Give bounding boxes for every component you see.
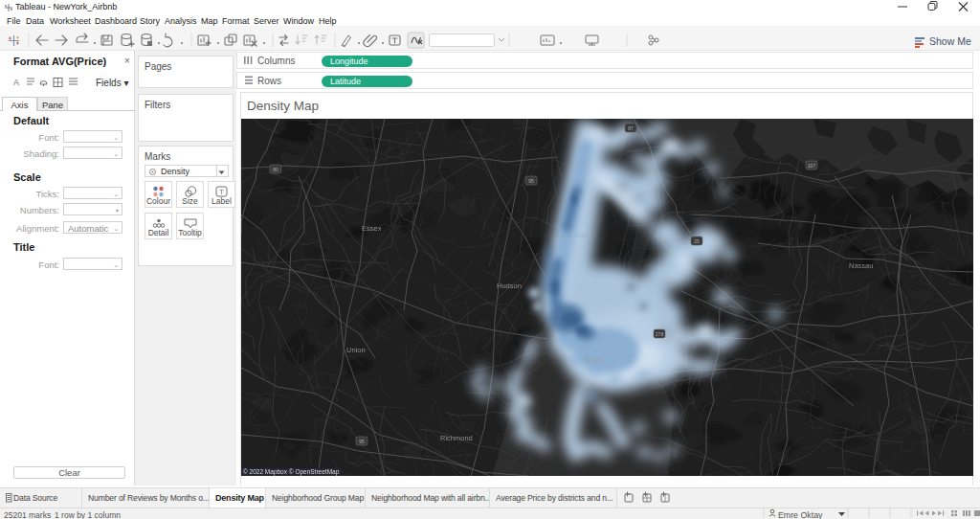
svg-text:Hudson: Hudson (497, 282, 522, 290)
svg-text:T: T (219, 188, 224, 196)
svg-text:Union: Union (346, 346, 366, 354)
svg-text:Kings: Kings (584, 355, 602, 364)
svg-text:Nassau: Nassau (849, 261, 873, 270)
svg-text:95: 95 (359, 439, 365, 444)
svg-text:107: 107 (808, 163, 816, 169)
svg-text:Essex: Essex (362, 224, 382, 233)
svg-text:278: 278 (656, 331, 664, 337)
svg-text:25: 25 (694, 238, 700, 244)
svg-text:80: 80 (273, 167, 278, 172)
svg-text:95: 95 (528, 178, 534, 184)
svg-text:New York: New York (557, 231, 588, 239)
svg-text:Richmond: Richmond (440, 434, 473, 442)
svg-text:A: A (13, 78, 19, 87)
svg-text:87: 87 (628, 125, 634, 131)
